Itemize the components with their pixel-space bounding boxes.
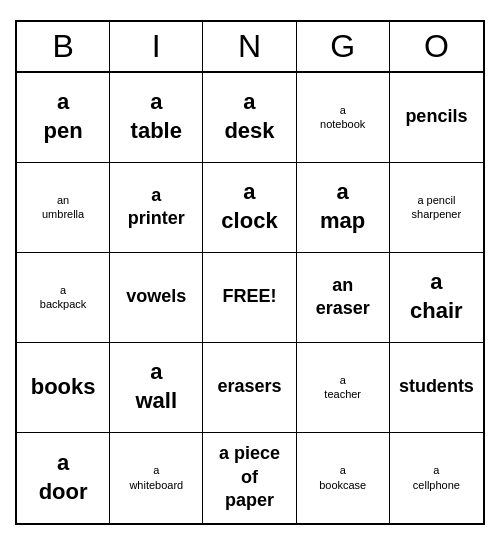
bingo-cell: aneraser [297,253,390,343]
header-letter: B [17,22,110,71]
header-letter: O [390,22,483,71]
bingo-cell: achair [390,253,483,343]
bingo-grid: apenatableadeskanotebookpencilsanumbrell… [17,73,483,523]
cell-label: aclock [221,178,277,235]
cell-label: acellphone [413,463,460,492]
header-letter: I [110,22,203,71]
bingo-cell: adesk [203,73,296,163]
cell-label: amap [320,178,365,235]
bingo-cell: amap [297,163,390,253]
cell-label: pencils [405,105,467,128]
bingo-cell: a pieceofpaper [203,433,296,523]
bingo-cell: aclock [203,163,296,253]
bingo-cell: erasers [203,343,296,433]
bingo-cell: FREE! [203,253,296,343]
cell-label: erasers [217,375,281,398]
bingo-cell: atable [110,73,203,163]
cell-label: adesk [224,88,274,145]
bingo-cell: pencils [390,73,483,163]
bingo-cell: ateacher [297,343,390,433]
bingo-card: BINGO apenatableadeskanotebookpencilsanu… [15,20,485,525]
bingo-cell: abackpack [17,253,110,343]
cell-label: awhiteboard [129,463,183,492]
cell-label: FREE! [222,285,276,308]
cell-label: awall [136,358,178,415]
cell-label: a pieceofpaper [219,442,280,512]
bingo-cell: awhiteboard [110,433,203,523]
cell-label: atable [131,88,182,145]
cell-label: anumbrella [42,193,84,222]
cell-label: adoor [39,449,88,506]
cell-label: achair [410,268,463,325]
cell-label: aprinter [128,184,185,231]
bingo-cell: a pencilsharpener [390,163,483,253]
bingo-cell: abookcase [297,433,390,523]
cell-label: abackpack [40,283,86,312]
cell-label: a pencilsharpener [412,193,462,222]
bingo-header: BINGO [17,22,483,73]
bingo-cell: books [17,343,110,433]
bingo-cell: anotebook [297,73,390,163]
cell-label: anotebook [320,103,365,132]
cell-label: books [31,373,96,402]
bingo-cell: aprinter [110,163,203,253]
bingo-cell: students [390,343,483,433]
cell-label: apen [44,88,83,145]
cell-label: vowels [126,285,186,308]
bingo-cell: acellphone [390,433,483,523]
cell-label: ateacher [324,373,361,402]
cell-label: students [399,375,474,398]
bingo-cell: adoor [17,433,110,523]
cell-label: aneraser [316,274,370,321]
bingo-cell: anumbrella [17,163,110,253]
bingo-cell: awall [110,343,203,433]
header-letter: G [297,22,390,71]
bingo-cell: apen [17,73,110,163]
bingo-cell: vowels [110,253,203,343]
header-letter: N [203,22,296,71]
cell-label: abookcase [319,463,366,492]
